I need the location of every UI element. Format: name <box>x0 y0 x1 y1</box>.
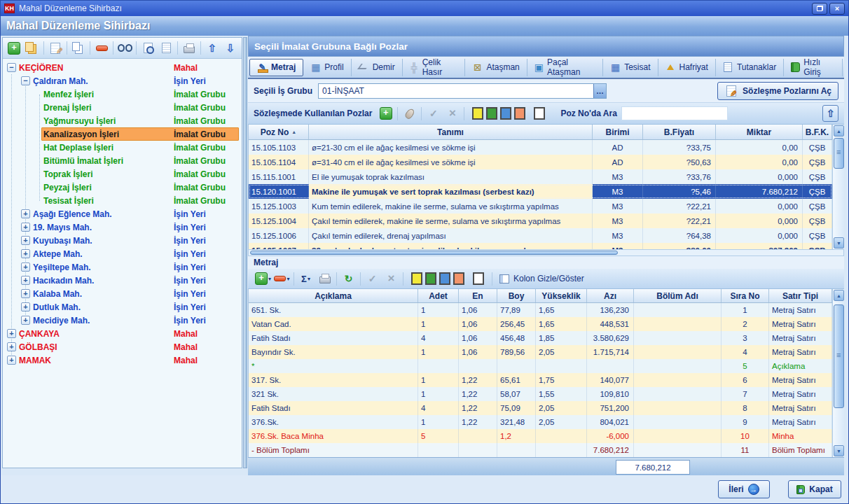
table-row[interactable]: 376.Sk. Baca Minha51,2-6,00010Minha <box>249 429 832 443</box>
column-header[interactable]: Poz No▲ <box>249 125 309 139</box>
color-swatch-orange[interactable] <box>514 107 525 120</box>
table-row[interactable]: 376.Sk.11,22321,482,05804,0219Metraj Sat… <box>249 415 832 429</box>
preview-icon[interactable] <box>139 41 156 56</box>
table-row[interactable]: 317. Sk.11,2265,611,75140,0776Metraj Sat… <box>249 373 832 387</box>
tree-collapse-icon[interactable]: − <box>7 63 16 72</box>
tree-item[interactable]: +Dutluk Mah.İşin Yeri <box>3 300 242 314</box>
tree-expand-icon[interactable]: + <box>21 316 30 325</box>
column-header[interactable]: Boy <box>497 289 536 302</box>
tree-item[interactable]: −KEÇİÖRENMahal <box>3 61 242 74</box>
tree-expand-icon[interactable]: + <box>7 342 16 351</box>
column-header[interactable]: Sıra No <box>722 289 769 302</box>
tree-item[interactable]: Drenaj İşleriİmalat Grubu <box>3 101 242 114</box>
combo-ellipsis-button[interactable]: … <box>593 84 606 98</box>
copy-icon[interactable] <box>70 41 87 56</box>
tree-item[interactable]: Peyzaj İşleriİmalat Grubu <box>3 181 242 194</box>
pozlar-vertical-scrollbar[interactable]: ▲ ▼ <box>832 125 844 249</box>
table-row[interactable]: Bayındır Sk.11,06789,562,051.715,7144Met… <box>249 345 832 359</box>
tab-tutanaklar[interactable]: Tutanaklar <box>716 59 784 76</box>
tree-item[interactable]: +Yeşiltepe Mah.İşin Yeri <box>3 260 242 274</box>
column-header[interactable]: Adet <box>418 289 459 302</box>
table-row[interactable]: 651. Sk.11,0677,891,65136,2301Metraj Sat… <box>249 303 832 317</box>
sum-drop-icon[interactable] <box>297 271 315 286</box>
tree-collapse-icon[interactable]: − <box>21 76 30 85</box>
metraj-vertical-scrollbar[interactable]: ▲ ▼ <box>832 289 844 457</box>
find-icon[interactable] <box>116 41 133 56</box>
column-header[interactable]: Satır Tipi <box>769 289 832 302</box>
tree-item[interactable]: Bitümlü İmalat İşleriİmalat Grubu <box>3 154 242 167</box>
color-swatch-blue[interactable] <box>500 107 511 120</box>
cross-icon[interactable] <box>443 106 461 121</box>
add-drop-icon[interactable] <box>254 271 272 286</box>
scroll-up-button[interactable]: ▲ <box>834 290 844 301</box>
color-swatch-yellow[interactable] <box>472 107 483 120</box>
tree-item[interactable]: +MAMAKMahal <box>3 354 242 367</box>
color-swatch-green[interactable] <box>425 272 436 285</box>
tab-celik-hasir[interactable]: Çelik Hasır <box>403 59 466 76</box>
panel-splitter[interactable] <box>243 37 247 468</box>
column-header[interactable]: Yükseklik <box>536 289 587 302</box>
collapse-up-button[interactable]: ⇧ <box>822 105 838 122</box>
table-row[interactable]: 15.125.1003Kum temin edilerek, makine il… <box>249 199 832 214</box>
tree-item[interactable]: +Kalaba Mah.İşin Yeri <box>3 287 242 300</box>
poz-search-input[interactable] <box>621 106 728 120</box>
cross-icon[interactable] <box>382 271 400 286</box>
column-header[interactable]: Tanımı <box>309 125 593 139</box>
table-row[interactable]: 15.120.1001Makine ile yumuşak ve sert to… <box>249 184 832 199</box>
tab-tesisat[interactable]: Tesisat <box>603 59 658 76</box>
scroll-up-button[interactable]: ▲ <box>834 125 844 136</box>
color-swatch-blue[interactable] <box>439 272 450 285</box>
tree-item[interactable]: +19. Mayıs Mah.İşin Yeri <box>3 220 242 234</box>
tree-item[interactable]: Menfez İşleriİmalat Grubu <box>3 88 242 101</box>
tab-hizli-giris[interactable]: Hızlı Giriş <box>784 59 843 76</box>
tree-expand-icon[interactable]: + <box>21 302 30 312</box>
tab-metraj[interactable]: Metraj <box>249 59 303 76</box>
column-header[interactable]: En <box>459 289 497 302</box>
check-icon[interactable] <box>364 271 381 286</box>
table-row[interactable]: - Bölüm Toplamı7.680,21211Bölüm Toplamı <box>249 443 832 457</box>
column-toggle-button[interactable]: Kolon Gizle/Göster <box>513 274 584 284</box>
tree-expand-icon[interactable]: + <box>21 223 30 232</box>
color-swatch-yellow[interactable] <box>411 272 422 285</box>
tree-item[interactable]: +Aktepe Mah.İşin Yeri <box>3 247 242 260</box>
add-icon[interactable] <box>6 41 22 56</box>
add-icon[interactable] <box>377 106 394 121</box>
table-row[interactable]: 15.125.1006Çakıl temin edilerek, drenaj … <box>249 228 832 243</box>
close-window-button[interactable]: × <box>829 3 845 15</box>
table-row[interactable]: Vatan Cad.11,06256,451,65448,5312Metraj … <box>249 317 832 331</box>
restore-window-button[interactable] <box>812 3 827 15</box>
duplicate-icon[interactable] <box>24 41 41 56</box>
column-header[interactable]: B.Fiyatı <box>643 125 716 139</box>
open-contract-pozlar-button[interactable]: Sözleşme Pozlarını Aç <box>717 82 838 100</box>
close-button[interactable]: Kapat <box>788 480 841 498</box>
column-header[interactable]: B.F.K. <box>803 125 832 139</box>
tree-item[interactable]: +Aşağı Eğlence Mah.İşin Yeri <box>3 207 242 220</box>
tree-expand-icon[interactable]: + <box>21 276 30 285</box>
color-swatch-orange[interactable] <box>453 272 464 285</box>
edit-icon[interactable] <box>47 41 64 56</box>
tree-item[interactable]: Kanalizasyon İşleriİmalat Grubu <box>3 127 242 141</box>
table-row[interactable]: Fatih Stadı41,06456,481,853.580,6293Metr… <box>249 331 832 345</box>
color-swatch-white[interactable] <box>473 272 484 285</box>
print-icon[interactable] <box>316 271 333 286</box>
color-swatch-green[interactable] <box>486 107 497 120</box>
table-row[interactable]: 15.125.1004Çakıl temin edilerek, makine … <box>249 214 832 228</box>
tree-item[interactable]: Hat Deplase İşleriİmalat Grubu <box>3 141 242 154</box>
tree-expand-icon[interactable]: + <box>21 209 30 218</box>
table-row[interactable]: *5Açıklama <box>249 359 832 373</box>
table-row[interactable]: 15.125.100732mm'ye kadar kırmataş temin … <box>249 243 832 249</box>
tree-item[interactable]: +ÇANKAYAMahal <box>3 327 242 340</box>
tree-item[interactable]: Tesisat İşleriİmalat Grubu <box>3 194 242 207</box>
tree-expand-icon[interactable]: + <box>21 249 30 258</box>
scroll-down-button[interactable]: ▼ <box>834 237 844 248</box>
delete-icon[interactable] <box>93 41 110 56</box>
document-icon[interactable] <box>158 41 174 56</box>
tree-item[interactable]: +Hacıkadın Mah.İşin Yeri <box>3 274 242 287</box>
tree-expand-icon[interactable]: + <box>7 356 16 365</box>
tab-demir[interactable]: Demir <box>352 59 403 76</box>
move-up-icon[interactable] <box>204 41 221 56</box>
tree-item[interactable]: Toprak İşleriİmalat Grubu <box>3 167 242 181</box>
scrollbar-thumb[interactable] <box>834 138 844 169</box>
print-icon[interactable] <box>181 41 198 56</box>
pozlar-horizontal-scrollbar[interactable] <box>248 249 844 256</box>
